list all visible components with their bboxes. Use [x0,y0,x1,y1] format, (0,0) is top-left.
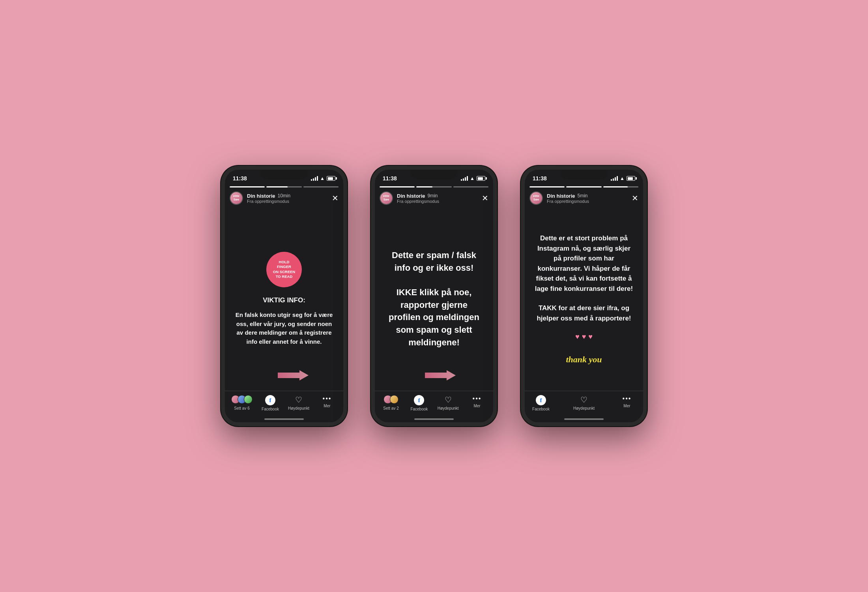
nav-facebook-1[interactable]: f Facebook [260,395,280,411]
battery-icon-1 [327,176,335,181]
phone-1-wrapper: 11:38 ▲ [221,166,347,426]
thank-you-text-3: thank you [566,354,602,365]
story-avatar-2: eliteSøe [380,191,393,205]
signal-bar [617,176,618,181]
story-body-1: En falsk konto utgir seg for å være oss,… [234,311,334,346]
story-username-2: Din historie [397,193,425,199]
story-text-p2-2: IKKE klikk på noe, rapporter gjerne prof… [384,286,484,349]
signal-bar [463,178,464,181]
signal-bar [611,179,612,181]
story-text-p1-3: Dette er et stort problem på Instagram n… [534,233,634,294]
close-button-3[interactable]: ✕ [632,194,638,202]
svg-marker-1 [425,370,456,380]
bottom-nav-1: Sett av 6 f Facebook ♡ Høydepunkt ••• Me… [225,391,343,419]
close-button-2[interactable]: ✕ [482,194,488,202]
facebook-label-3: Facebook [532,407,550,411]
progress-segment [603,186,638,187]
status-icons-2: ▲ [461,176,485,181]
story-info-1: Din historie 10min Fra opprettingsmodus [247,193,328,204]
nav-more-3[interactable]: ••• Mer [617,395,637,408]
arrow-1 [278,369,309,383]
wifi-icon-1: ▲ [320,176,325,181]
progress-segment [453,186,488,187]
status-time-2: 11:38 [383,175,397,182]
story-subtitle-1: Fra opprettingsmodus [247,199,328,204]
signal-bar [317,176,318,181]
arrow-svg-1 [278,369,309,381]
story-info-3: Din historie 5min Fra opprettingsmodus [547,193,628,204]
progress-segment [529,186,565,187]
nav-facebook-2[interactable]: f Facebook [409,395,429,411]
signal-bar [461,179,462,181]
signal-bar [313,178,314,181]
sett-label-1: Sett av 6 [234,406,249,410]
signal-bars-1 [311,176,318,181]
mini-avatar [390,395,398,404]
svg-marker-0 [278,370,309,380]
story-name-row-2: Din historie 9min [397,193,478,199]
hold-badge-1: HOLDFINGERON SCREENTO READ [266,252,302,287]
status-icons-3: ▲ [611,176,635,181]
signal-bar [613,178,614,181]
facebook-icon-1: f [265,395,275,405]
nav-highlight-1[interactable]: ♡ Høydepunkt [288,395,309,410]
highlight-icon-2: ♡ [443,395,453,405]
story-time-1: 10min [278,193,291,199]
story-subtitle-3: Fra opprettingsmodus [547,199,628,204]
bottom-nav-3: f Facebook ♡ Høydepunkt ••• Mer [525,391,643,419]
more-label-1: Mer [324,404,330,408]
story-avatar-3: eliteSøe [529,191,543,205]
bottom-nav-2: Sett av 2 f Facebook ♡ Høydepunkt ••• Me… [375,391,493,419]
thank-you-row: ♥ ♥ ♥ [575,333,593,341]
story-content-2: Dette er spam / falsk info og er ikke os… [375,207,493,391]
story-username-3: Din historie [547,193,575,199]
story-time-2: 9min [428,193,438,199]
battery-fill-1 [328,177,333,180]
phone-2-wrapper: 11:38 ▲ [371,166,497,426]
arrow-2 [425,369,456,383]
progress-segment [266,186,301,187]
battery-icon-3 [627,176,635,181]
home-bar-1 [264,418,304,420]
highlight-label-1: Høydepunkt [288,406,309,410]
phone-3-screen: 11:38 ▲ [525,170,643,422]
status-icons-1: ▲ [311,176,335,181]
signal-bar [315,177,316,181]
nav-highlight-2[interactable]: ♡ Høydepunkt [438,395,459,410]
status-bar-1: 11:38 ▲ [225,170,343,183]
more-icon-2: ••• [473,395,482,402]
home-indicator-1 [225,419,343,422]
story-header-2: eliteSøe Din historie 9min Fra opprettin… [375,189,493,207]
nav-facebook-3[interactable]: f Facebook [531,395,551,411]
nav-more-2[interactable]: ••• Mer [467,395,487,408]
story-info-2: Din historie 9min Fra opprettingsmodus [397,193,478,204]
signal-bar [615,177,616,181]
progress-segment [230,186,265,187]
highlight-icon-3: ♡ [579,395,589,405]
phone-3: 11:38 ▲ [521,166,647,426]
highlight-label-3: Høydepunkt [573,406,595,410]
nav-more-1[interactable]: ••• Mer [317,395,337,408]
avatar-logo-3: eliteSøe [533,195,539,202]
close-button-1[interactable]: ✕ [332,194,339,202]
nav-avatars-1 [231,395,253,404]
home-bar-3 [564,418,604,420]
sett-label-2: Sett av 2 [383,406,398,410]
phone-1: 11:38 ▲ [221,166,347,426]
story-header-3: eliteSøe Din historie 5min Fra opprettin… [525,189,643,207]
story-heading-1: VIKTIG INFO: [263,295,305,305]
more-icon-1: ••• [323,395,332,402]
facebook-icon-2: f [414,395,424,405]
story-progress-3 [525,183,643,189]
status-bar-2: 11:38 ▲ [375,170,493,183]
story-text-p2-3: TAKK for at dere sier ifra, og hjelper o… [534,303,634,323]
signal-bar [311,179,312,181]
phone-3-wrapper: 11:38 ▲ [521,166,647,426]
battery-icon-2 [477,176,485,181]
avatar-logo-1: eliteSøe [233,195,239,202]
signal-bars-2 [461,176,468,181]
battery-fill-2 [478,177,483,180]
signal-bar [467,176,468,181]
heart-icon-1: ♥ [575,333,580,341]
nav-highlight-3[interactable]: ♡ Høydepunkt [573,395,595,410]
